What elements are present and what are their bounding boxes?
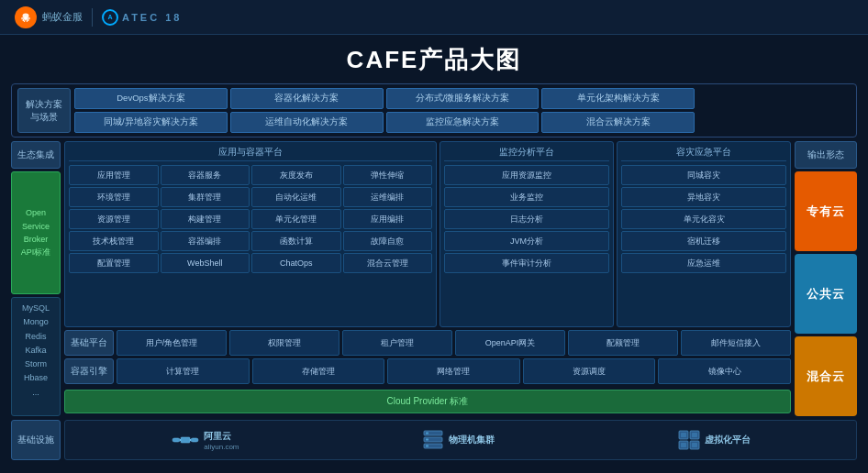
foundation-label: 基础平台 xyxy=(64,330,114,356)
disaster-cell-4: 应急运维 xyxy=(621,253,786,273)
solution-container: 容器化解决方案 xyxy=(230,88,384,109)
app-cell-15: 故障自愈 xyxy=(343,231,433,251)
svg-rect-21 xyxy=(681,433,686,437)
app-cell-10: 单元化管理 xyxy=(251,209,341,229)
ant-financial-text: 蚂蚁金服 xyxy=(42,10,83,24)
page-title: CAFE产品大图 xyxy=(0,35,868,83)
engine-cell-0: 计算管理 xyxy=(117,358,250,384)
cloud-provider-bar: Cloud Provider 标准 xyxy=(64,390,791,413)
tech-list: MySQLMongoRedisKafkaStormHbase... xyxy=(11,297,61,416)
app-cell-1: 容器服务 xyxy=(161,165,250,185)
engine-cell-3: 资源调度 xyxy=(523,358,656,384)
app-cell-8: 资源管理 xyxy=(69,209,159,229)
solution-ops-auto: 运维自动化解决方案 xyxy=(230,112,384,133)
content-area: 解决方案与场景 DevOps解决方案 容器化解决方案 分布式/微服务解决方案 单… xyxy=(0,83,868,468)
svg-rect-24 xyxy=(692,443,697,447)
hybrid-cloud-btn: 混合云 xyxy=(795,336,857,416)
top-panels: 应用与容器平台 应用管理 容器服务 灰度发布 弹性伸缩 环境管理 集群管理 自动… xyxy=(64,141,791,327)
infra-cells: 阿里云 aliyun.com 物理机集群 xyxy=(64,420,857,460)
solution-disaster: 同城/异地容灾解决方案 xyxy=(74,112,228,133)
svg-line-7 xyxy=(27,20,28,22)
found-cell-1: 权限管理 xyxy=(229,330,339,356)
right-sidebar: 输出形态 专有云 公共云 混合云 xyxy=(795,141,857,416)
app-cell-9: 构建管理 xyxy=(161,209,250,229)
virtualization-icon: 虚拟化平台 xyxy=(677,429,751,451)
solution-unit-arch: 单元化架构解决方案 xyxy=(541,88,695,109)
monitor-cell-4: 事件审计分析 xyxy=(444,253,609,273)
svg-rect-14 xyxy=(426,439,428,441)
monitoring-panel: 监控分析平台 应用资源监控 业务监控 日志分析 JVM分析 事件审计分析 xyxy=(440,141,614,327)
app-container-panel: 应用与容器平台 应用管理 容器服务 灰度发布 弹性伸缩 环境管理 集群管理 自动… xyxy=(64,141,437,327)
monitor-grid: 应用资源监控 业务监控 日志分析 JVM分析 事件审计分析 xyxy=(444,165,609,273)
disaster-cell-0: 同城容灾 xyxy=(621,165,786,185)
monitor-cell-3: JVM分析 xyxy=(444,231,609,251)
disaster-panel: 容灾应急平台 同城容灾 异地容灾 单元化容灾 宿机迁移 应急运维 xyxy=(617,141,791,327)
svg-rect-8 xyxy=(172,438,180,442)
container-engine-row: 容器引擎 计算管理 存储管理 网络管理 资源调度 镜像中心 xyxy=(64,358,791,384)
svg-rect-10 xyxy=(181,437,190,443)
svg-rect-23 xyxy=(681,443,686,447)
engine-cell-2: 网络管理 xyxy=(387,358,520,384)
public-cloud-btn: 公共云 xyxy=(795,254,857,334)
found-cell-0: 用户/角色管理 xyxy=(117,330,227,356)
monitoring-title: 监控分析平台 xyxy=(444,146,609,161)
monitor-cell-2: 日志分析 xyxy=(444,209,609,229)
disaster-title: 容灾应急平台 xyxy=(621,146,786,161)
app-cell-2: 灰度发布 xyxy=(251,165,341,185)
svg-rect-22 xyxy=(692,433,697,437)
app-grid: 应用管理 容器服务 灰度发布 弹性伸缩 环境管理 集群管理 自动化运维 运维编排… xyxy=(69,165,432,273)
disaster-cell-1: 异地容灾 xyxy=(621,187,786,207)
found-cell-5: 邮件短信接入 xyxy=(681,330,791,356)
atec-circle-icon: A xyxy=(102,9,118,26)
app-cell-12: 技术栈管理 xyxy=(69,231,159,251)
engine-cell-1: 存储管理 xyxy=(252,358,385,384)
app-platform-title: 应用与容器平台 xyxy=(69,146,432,161)
app-cell-4: 环境管理 xyxy=(69,187,159,207)
app-cell-13: 容器编排 xyxy=(161,231,250,251)
app-cell-17: WebShell xyxy=(161,253,250,273)
app-cell-16: 配置管理 xyxy=(69,253,159,273)
app-cell-14: 函数计算 xyxy=(251,231,341,251)
foundation-cells: 用户/角色管理 权限管理 租户管理 OpenAPI网关 配额管理 邮件短信接入 xyxy=(117,330,791,356)
infra-label: 基础设施 xyxy=(11,420,61,460)
infra-virtual: 虚拟化平台 xyxy=(677,429,751,451)
svg-rect-16 xyxy=(426,446,428,447)
ant-icon xyxy=(15,6,37,28)
monitor-cell-1: 业务监控 xyxy=(444,187,609,207)
solution-monitor: 监控应急解决方案 xyxy=(386,112,540,133)
app-cell-7: 运维编排 xyxy=(343,187,433,207)
app-cell-0: 应用管理 xyxy=(69,165,159,185)
ant-financial-logo: 蚂蚁金服 xyxy=(15,6,83,28)
infra-aliyun: 阿里云 aliyun.com xyxy=(171,430,239,451)
monitor-cell-0: 应用资源监控 xyxy=(444,165,609,185)
app-cell-6: 自动化运维 xyxy=(251,187,341,207)
app-cell-18: ChatOps xyxy=(251,253,341,273)
infra-physical: 物理机集群 xyxy=(421,429,495,451)
app-cell-11: 应用编排 xyxy=(343,209,433,229)
app-cell-3: 弹性伸缩 xyxy=(343,165,433,185)
open-service-broker: OpenServiceBrokerAPI标准 xyxy=(11,171,61,294)
app-cell-19: 混合云管理 xyxy=(343,253,433,273)
ecosystem-label: 生态集成 xyxy=(11,141,61,169)
app-cell-5: 集群管理 xyxy=(161,187,250,207)
foundation-row: 基础平台 用户/角色管理 权限管理 租户管理 OpenAPI网关 配额管理 邮件… xyxy=(64,330,791,356)
atec-logo: A ATEC 18 xyxy=(102,9,182,26)
disaster-cell-2: 单元化容灾 xyxy=(621,209,786,229)
main-area: 生态集成 OpenServiceBrokerAPI标准 MySQLMongoRe… xyxy=(11,141,857,416)
header-divider xyxy=(92,8,93,27)
infrastructure-row: 基础设施 阿里云 aliyun.com xyxy=(11,420,857,460)
svg-rect-12 xyxy=(426,433,428,434)
engine-cell-4: 镜像中心 xyxy=(658,358,791,384)
container-engine-label: 容器引擎 xyxy=(64,358,114,384)
header: 蚂蚁金服 A ATEC 18 xyxy=(0,0,868,35)
solutions-label: 解决方案与场景 xyxy=(17,88,71,133)
aliyun-icon: 阿里云 aliyun.com xyxy=(171,430,239,451)
solutions-grid: DevOps解决方案 容器化解决方案 分布式/微服务解决方案 单元化架构解决方案… xyxy=(74,88,851,133)
physical-server-icon: 物理机集群 xyxy=(421,429,495,451)
disaster-grid: 同城容灾 异地容灾 单元化容灾 宿机迁移 应急运维 xyxy=(621,165,786,273)
output-label: 输出形态 xyxy=(795,141,857,169)
container-engine-cells: 计算管理 存储管理 网络管理 资源调度 镜像中心 xyxy=(117,358,791,384)
found-cell-2: 租户管理 xyxy=(342,330,452,356)
disaster-cell-3: 宿机迁移 xyxy=(621,231,786,251)
svg-rect-9 xyxy=(191,438,198,442)
